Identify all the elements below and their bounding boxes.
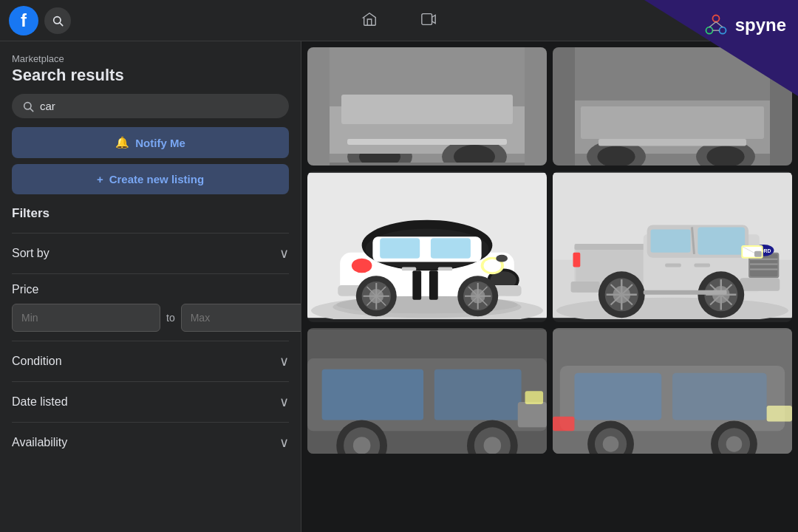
price-to-label: to (166, 312, 175, 324)
svg-rect-104 (665, 264, 681, 267)
svg-rect-18 (347, 139, 507, 145)
car-image-6 (553, 328, 792, 454)
car-listing-1[interactable] (307, 47, 547, 166)
notify-me-button[interactable]: 🔔 Notify Me (12, 127, 289, 158)
svg-point-115 (484, 437, 502, 454)
plus-icon: + (97, 173, 103, 185)
svg-rect-120 (574, 373, 661, 420)
car-listing-ford-truck[interactable]: FORD (553, 171, 792, 322)
svg-point-3 (712, 16, 719, 22)
sort-by-filter[interactable]: Sort by ∨ (12, 233, 289, 273)
car-image-5 (307, 328, 547, 454)
nav-left: f (9, 6, 71, 35)
sidebar: Marketplace Search results 🔔 Notify Me +… (0, 41, 301, 532)
svg-rect-36 (380, 238, 420, 258)
svg-rect-128 (553, 417, 574, 432)
date-listed-chevron: ∨ (279, 394, 289, 410)
svg-rect-37 (431, 238, 471, 258)
svg-line-7 (716, 22, 723, 27)
svg-rect-105 (694, 264, 710, 267)
date-listed-label: Date listed (12, 395, 68, 409)
price-label: Price (12, 283, 289, 296)
nav-center (352, 3, 446, 38)
svg-rect-73 (651, 229, 691, 252)
condition-chevron: ∨ (279, 353, 289, 369)
bell-icon: 🔔 (115, 136, 129, 149)
facebook-logo[interactable]: f (9, 6, 38, 35)
svg-rect-27 (598, 139, 746, 146)
svg-rect-69 (574, 244, 648, 250)
nav-video-button[interactable] (411, 3, 446, 38)
price-filter: Price to (12, 273, 289, 341)
search-results-title: Search results (12, 66, 289, 85)
svg-rect-109 (434, 369, 522, 420)
availability-label: Availability (12, 436, 67, 449)
condition-label: Condition (12, 355, 62, 368)
svg-rect-87 (571, 282, 600, 293)
create-listing-label: Create new listing (109, 173, 204, 185)
top-navigation: f (0, 0, 798, 41)
price-max-input[interactable] (181, 304, 301, 332)
sort-by-chevron: ∨ (279, 245, 289, 262)
price-min-input[interactable] (12, 304, 160, 332)
svg-rect-62 (438, 267, 453, 270)
spyne-text: spyne (735, 15, 786, 35)
filters-label: Filters (12, 206, 289, 227)
ford-truck-image: FORD (553, 171, 792, 319)
svg-rect-117 (525, 391, 544, 404)
nav-home-button[interactable] (352, 3, 387, 38)
svg-line-6 (709, 22, 716, 27)
svg-rect-86 (573, 253, 580, 267)
svg-rect-103 (754, 251, 762, 257)
availability-chevron: ∨ (279, 434, 289, 451)
svg-line-10 (30, 109, 33, 112)
svg-point-127 (726, 436, 743, 452)
svg-rect-38 (412, 270, 421, 299)
car-listing-5[interactable] (307, 328, 547, 454)
svg-point-4 (706, 27, 712, 34)
svg-rect-108 (322, 369, 423, 420)
svg-rect-26 (581, 106, 764, 139)
svg-rect-102 (644, 290, 727, 295)
svg-rect-116 (518, 402, 547, 427)
svg-point-5 (719, 27, 726, 34)
svg-point-124 (603, 436, 619, 452)
sort-by-label: Sort by (12, 247, 50, 260)
search-input[interactable] (40, 100, 279, 112)
marketplace-label: Marketplace (12, 53, 289, 64)
svg-point-112 (353, 437, 371, 454)
svg-rect-19 (330, 163, 525, 166)
car-listing-6[interactable] (553, 328, 792, 454)
svg-rect-121 (672, 373, 767, 420)
nav-search-button[interactable] (44, 7, 71, 34)
svg-point-45 (352, 259, 372, 273)
price-inputs: to (12, 304, 289, 332)
mini-cooper-image (307, 171, 547, 319)
create-new-listing-button[interactable]: + Create new listing (12, 164, 289, 194)
svg-rect-129 (767, 406, 792, 422)
spyne-icon (703, 12, 729, 38)
condition-filter[interactable]: Condition ∨ (12, 341, 289, 381)
svg-rect-85 (740, 278, 780, 291)
svg-point-63 (496, 255, 508, 262)
spyne-logo: spyne (703, 12, 786, 38)
svg-rect-72 (698, 227, 745, 254)
car-listing-mini-cooper[interactable] (307, 171, 547, 322)
svg-rect-61 (402, 267, 417, 270)
car-listings-grid: FORD (301, 41, 798, 532)
car-image-1 (307, 47, 547, 166)
svg-line-1 (60, 23, 63, 26)
svg-rect-15 (341, 95, 513, 124)
search-icon (22, 100, 34, 112)
search-bar[interactable] (12, 94, 289, 118)
svg-rect-2 (422, 14, 432, 25)
date-listed-filter[interactable]: Date listed ∨ (12, 381, 289, 422)
availability-filter[interactable]: Availability ∨ (12, 422, 289, 463)
svg-rect-39 (429, 270, 438, 299)
notify-label: Notify Me (135, 137, 185, 149)
main-layout: Marketplace Search results 🔔 Notify Me +… (0, 41, 798, 532)
